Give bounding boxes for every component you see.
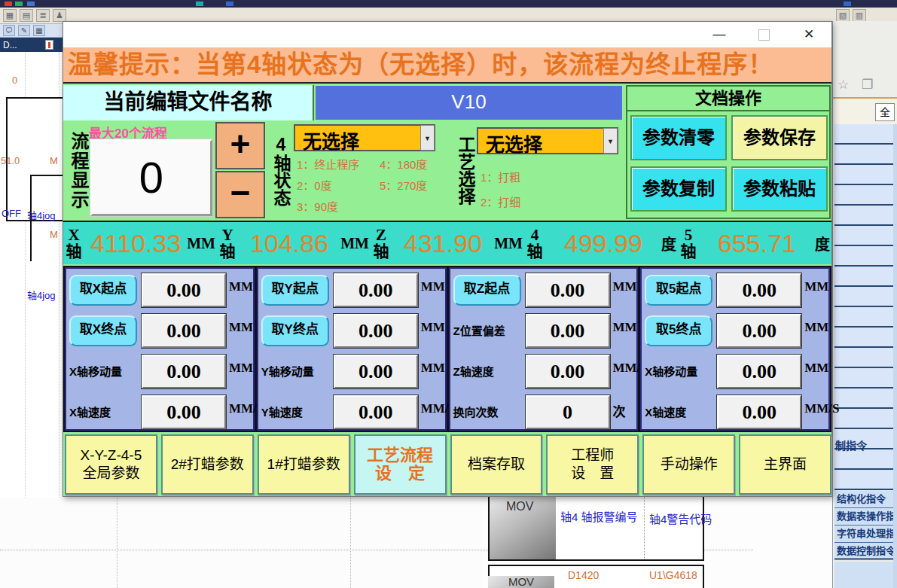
- scrollbar[interactable]: [893, 124, 897, 588]
- x-move-amount-field[interactable]: 0.00: [717, 355, 801, 388]
- table-icon[interactable]: ▦: [33, 25, 45, 36]
- dialog-titlebar[interactable]: — ✕: [63, 22, 831, 47]
- axis-unit: MM: [187, 235, 217, 252]
- document-operations-title: 文档操作: [627, 87, 829, 111]
- mov-instruction-block[interactable]: MOV 轴4 轴报警编号 轴4警告代码: [488, 495, 704, 561]
- z-offset-label: Z位置偏差: [453, 317, 521, 345]
- flow-increment-button[interactable]: +: [215, 122, 265, 169]
- chevron-down-icon[interactable]: ▼: [420, 125, 435, 151]
- reverse-count-field[interactable]: 0: [526, 395, 610, 429]
- axis-letter: X: [63, 227, 84, 243]
- taskbar-chip: [27, 2, 35, 6]
- edit-icon[interactable]: ✎: [18, 25, 30, 36]
- param-paste-button[interactable]: 参数粘贴: [731, 166, 828, 212]
- instruction-category[interactable]: 结构化指令: [834, 491, 894, 508]
- instruction-category[interactable]: 数据表操作指令: [834, 508, 894, 526]
- ladder-step-number: 0: [12, 75, 17, 86]
- nav-global-params-button[interactable]: X-Y-Z-4-5 全局参数: [65, 434, 157, 495]
- axis4-state-dropdown[interactable]: 无选择 ▼: [294, 124, 435, 151]
- nav-process-flow-tab[interactable]: 工艺流程 设 定: [354, 434, 447, 495]
- param-copy-button[interactable]: 参数复制: [630, 166, 727, 212]
- y-end-field[interactable]: 0.00: [334, 314, 418, 348]
- comment-icon[interactable]: 🗩: [3, 25, 15, 36]
- instruction-category[interactable]: 数据控制指令: [834, 543, 894, 560]
- param-save-button[interactable]: 参数保存: [731, 115, 828, 160]
- nav-label: 设 置: [571, 465, 614, 483]
- axis5-end-field[interactable]: 0.00: [717, 314, 801, 348]
- z-offset-field[interactable]: 0.00: [526, 314, 610, 348]
- x-move-amount-field[interactable]: 0.00: [142, 355, 226, 388]
- maximize-button[interactable]: [758, 29, 770, 41]
- all-filter-button[interactable]: 全: [875, 103, 895, 121]
- unit-label: MM: [421, 279, 445, 294]
- ladder-doc-icon[interactable]: [45, 40, 53, 50]
- mov-opcode: MOV: [488, 576, 554, 588]
- nav-wax1-params-button[interactable]: 1#打蜡参数: [258, 434, 350, 495]
- x-speed-field[interactable]: 0.00: [142, 395, 226, 429]
- chevron-down-icon[interactable]: ▼: [603, 128, 618, 154]
- device-address: D1420: [568, 569, 599, 581]
- nav-engineer-settings-button[interactable]: 工程师 设 置: [546, 434, 639, 495]
- x-end-field[interactable]: 0.00: [142, 314, 226, 348]
- z-start-field[interactable]: 0.00: [526, 273, 610, 307]
- document-icon[interactable]: ▤: [20, 9, 33, 22]
- nav-label: 工艺流程: [367, 446, 433, 465]
- tool-icon[interactable]: ▧: [836, 9, 850, 22]
- axis-value: 655.71: [699, 229, 815, 258]
- current-file-name[interactable]: V10: [316, 86, 622, 120]
- axis-readout-z: Z轴 431.90 MM: [371, 222, 524, 264]
- mov-operand-comment: 轴4警告代码: [649, 510, 740, 526]
- instruction-category-list: 结构化指令 数据表操作指令 字符串处理指令 数据控制指令: [834, 491, 894, 560]
- y-move-amount-field[interactable]: 0.00: [334, 355, 418, 388]
- unit-label: MM: [421, 320, 445, 335]
- favorite-star-icon[interactable]: ☆: [838, 78, 853, 92]
- process-option-note: 2：打细: [481, 193, 520, 209]
- x-speed-field[interactable]: 0.00: [717, 395, 801, 429]
- instruction-category[interactable]: 字符串处理指令: [834, 526, 894, 543]
- nav-label: 主界面: [764, 455, 807, 474]
- y-speed-field[interactable]: 0.00: [334, 395, 418, 429]
- reverse-count-label: 换向次数: [453, 398, 521, 426]
- capture-5-start-button[interactable]: 取5起点: [645, 275, 712, 306]
- minimize-button[interactable]: —: [710, 26, 728, 44]
- axis5-start-field[interactable]: 0.00: [717, 273, 801, 307]
- nav-manual-operation-button[interactable]: 手动操作: [642, 434, 735, 495]
- ladder-operand: 51.0: [1, 155, 20, 166]
- param-clear-button[interactable]: 参数清零: [630, 115, 727, 160]
- capture-y-start-button[interactable]: 取Y起点: [261, 275, 329, 306]
- z-speed-field[interactable]: 0.00: [526, 355, 610, 388]
- capture-x-end-button[interactable]: 取X终点: [69, 315, 137, 346]
- y-start-field[interactable]: 0.00: [334, 273, 418, 307]
- axis-value: 499.99: [545, 229, 661, 258]
- nav-main-screen-button[interactable]: 主界面: [739, 434, 831, 495]
- taskbar-chip: [226, 2, 233, 6]
- unit-label: MM: [421, 361, 445, 376]
- folder-icon[interactable]: ❐: [862, 78, 877, 92]
- tool-icon[interactable]: ▥: [853, 9, 866, 22]
- x-start-field[interactable]: 0.00: [142, 273, 226, 307]
- axis-readout-4: 4轴 499.99 度: [524, 222, 678, 264]
- process-select-dropdown[interactable]: 无选择 ▼: [477, 127, 618, 154]
- user-icon[interactable]: ♟: [53, 9, 66, 22]
- close-button[interactable]: ✕: [800, 26, 818, 44]
- capture-x-start-button[interactable]: 取X起点: [69, 275, 137, 306]
- tab-label[interactable]: D...: [3, 40, 17, 50]
- panel-empty-area: [834, 562, 894, 588]
- cell-divider: [644, 497, 645, 559]
- process-select-label: 工艺选择: [453, 121, 478, 219]
- capture-5-end-button[interactable]: 取5终点: [645, 315, 712, 346]
- axis-letter: Z: [371, 227, 392, 243]
- capture-z-start-button[interactable]: 取Z起点: [453, 275, 521, 306]
- flow-decrement-button[interactable]: −: [215, 171, 265, 218]
- axis-char: 轴: [524, 243, 545, 260]
- instruction-category-partial[interactable]: 制指令: [835, 437, 867, 452]
- nav-wax2-params-button[interactable]: 2#打蜡参数: [161, 434, 254, 495]
- list-icon[interactable]: ≣: [36, 9, 50, 22]
- instruction-list-rows[interactable]: [834, 124, 894, 491]
- x-move-amount-label: X轴移动量: [69, 358, 137, 385]
- grid-icon[interactable]: ▦: [3, 9, 17, 22]
- axis4-state-selected: 无选择: [303, 126, 359, 154]
- capture-y-end-button[interactable]: 取Y终点: [261, 315, 329, 346]
- nav-file-access-button[interactable]: 档案存取: [450, 434, 543, 495]
- x-speed-label: X轴速度: [69, 398, 137, 426]
